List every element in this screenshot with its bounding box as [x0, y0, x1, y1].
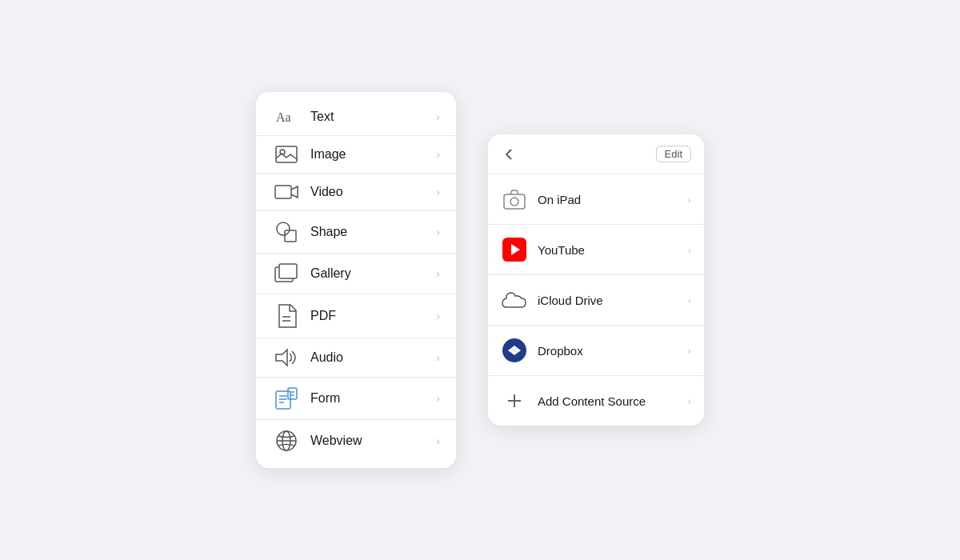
shape-icon: [272, 221, 301, 243]
right-label-dropbox: Dropbox: [538, 344, 688, 358]
svg-rect-7: [279, 264, 297, 278]
menu-item-image[interactable]: Image ›: [256, 136, 456, 174]
menu-label-video: Video: [310, 185, 436, 199]
menu-label-text: Text: [310, 110, 436, 124]
menu-label-webview: Webview: [310, 434, 436, 448]
chevron-icon-on-ipad: ›: [688, 194, 691, 206]
chevron-icon-image: ›: [436, 148, 440, 161]
svg-point-22: [510, 198, 518, 206]
svg-rect-3: [275, 186, 291, 198]
chevron-icon-youtube: ›: [688, 244, 691, 256]
right-panel-header: Edit: [488, 134, 704, 174]
youtube-icon: [501, 236, 528, 263]
edit-button[interactable]: Edit: [656, 146, 691, 162]
gallery-icon: [272, 263, 301, 284]
right-menu-item-youtube[interactable]: YouTube ›: [488, 225, 704, 275]
menu-label-pdf: PDF: [310, 309, 436, 323]
svg-marker-10: [276, 350, 287, 366]
image-icon: [272, 146, 301, 163]
right-panel: Edit On iPad › YouTube ›: [488, 134, 704, 426]
add-source-icon: [501, 387, 528, 414]
svg-rect-21: [504, 194, 525, 209]
pdf-icon: [272, 304, 301, 328]
chevron-icon-form: ›: [436, 392, 440, 405]
chevron-icon-video: ›: [436, 186, 440, 198]
menu-item-gallery[interactable]: Gallery ›: [256, 254, 456, 294]
svg-rect-1: [276, 146, 297, 162]
right-menu-item-icloud[interactable]: iCloud Drive ›: [488, 275, 704, 326]
chevron-icon-audio: ›: [436, 351, 440, 364]
menu-item-audio[interactable]: Audio ›: [256, 338, 456, 378]
menu-item-shape[interactable]: Shape ›: [256, 211, 456, 254]
chevron-icon-text: ›: [436, 110, 440, 123]
text-icon: Aa: [272, 108, 301, 126]
left-panel: Aa Text › Image ›: [256, 92, 456, 468]
webview-icon: [272, 430, 301, 452]
svg-rect-5: [285, 230, 296, 242]
icloud-icon: [501, 286, 528, 314]
right-menu-item-on-ipad[interactable]: On iPad ›: [488, 174, 704, 225]
chevron-icon-add-source: ›: [688, 395, 691, 407]
video-icon: [272, 183, 301, 201]
right-menu-item-dropbox[interactable]: Dropbox ›: [488, 326, 704, 376]
dropbox-icon: [501, 337, 528, 364]
camera-icon: [501, 186, 528, 213]
menu-label-audio: Audio: [310, 350, 436, 365]
audio-icon: [272, 348, 301, 367]
panels-container: Aa Text › Image ›: [256, 92, 704, 468]
right-label-on-ipad: On iPad: [538, 193, 688, 206]
menu-label-shape: Shape: [310, 225, 436, 239]
back-button[interactable]: [501, 146, 517, 162]
svg-rect-15: [288, 388, 297, 399]
menu-item-form[interactable]: Form ›: [256, 378, 456, 420]
chevron-icon-gallery: ›: [436, 267, 440, 280]
menu-item-pdf[interactable]: PDF ›: [256, 294, 456, 338]
menu-label-image: Image: [310, 147, 436, 162]
chevron-icon-shape: ›: [436, 226, 440, 238]
right-label-add-source: Add Content Source: [538, 394, 688, 408]
svg-point-4: [277, 222, 290, 235]
right-label-youtube: YouTube: [538, 243, 688, 257]
menu-label-gallery: Gallery: [310, 266, 436, 281]
right-label-icloud: iCloud Drive: [538, 294, 688, 307]
chevron-icon-webview: ›: [436, 434, 440, 447]
menu-label-form: Form: [310, 391, 436, 406]
menu-item-webview[interactable]: Webview ›: [256, 420, 456, 462]
right-menu-item-add-source[interactable]: Add Content Source ›: [488, 376, 704, 426]
chevron-icon-icloud: ›: [688, 294, 691, 306]
chevron-icon-dropbox: ›: [688, 345, 691, 357]
chevron-icon-pdf: ›: [436, 310, 440, 322]
svg-text:Aa: Aa: [276, 110, 291, 124]
menu-item-video[interactable]: Video ›: [256, 174, 456, 211]
menu-item-text[interactable]: Aa Text ›: [256, 98, 456, 136]
form-icon: [272, 387, 301, 410]
